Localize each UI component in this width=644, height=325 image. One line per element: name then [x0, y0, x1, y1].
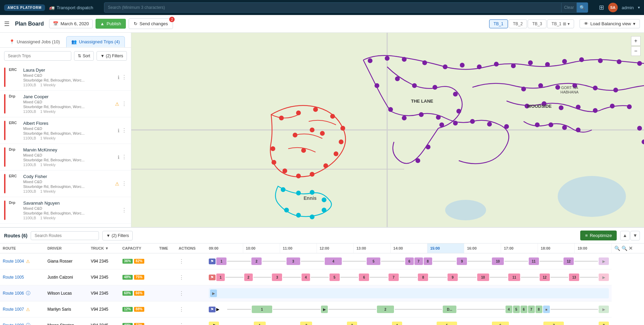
tl-segment[interactable]: 5 — [330, 274, 340, 281]
tl-segment[interactable]: 13 — [569, 274, 579, 281]
reoptimize-button[interactable]: ≡ Reoptimize — [580, 231, 617, 240]
route-link[interactable]: Route 1004 — [3, 259, 24, 264]
tl-segment[interactable]: 2 — [300, 322, 312, 325]
search-clear-button[interactable]: Clear — [561, 2, 577, 13]
send-changes-button[interactable]: ↻ Send changes 2 — [129, 18, 173, 29]
search-input[interactable] — [104, 2, 561, 13]
info-icon[interactable]: ℹ — [118, 154, 119, 160]
more-options-icon[interactable]: ⋮ — [121, 101, 127, 107]
user-menu-chevron[interactable]: ▾ — [638, 5, 640, 10]
list-item[interactable]: Drp Marvin McKinney Mixed C&D Stourbridg… — [0, 144, 131, 171]
row-actions-icon[interactable]: ⋮ — [179, 307, 184, 312]
row-actions-icon[interactable]: ⋮ — [179, 258, 184, 264]
tl-segment[interactable]: 8 — [424, 257, 432, 265]
info-icon[interactable]: ℹ — [118, 75, 119, 80]
tl-segment[interactable]: 2 — [251, 257, 262, 265]
info-icon[interactable]: ℹ — [118, 128, 119, 133]
tl-segment[interactable]: 10 — [477, 274, 489, 281]
tl-segment[interactable]: 2 — [244, 274, 253, 281]
unassigned-jobs-tab[interactable]: 📍 Unassigned Jobs (10) — [4, 36, 65, 47]
route-link[interactable]: Route 1006 — [3, 291, 24, 296]
tl-segment[interactable]: 3 — [287, 257, 300, 265]
more-options-icon[interactable]: ⋮ — [121, 207, 127, 213]
tab-tb2[interactable]: TB_2 — [509, 19, 527, 28]
tl-segment[interactable]: 7 — [389, 274, 399, 281]
send-changes-label: Send changes — [140, 21, 168, 26]
map-container[interactable]: THE LANE WOODSIDE GORT NA HABHANA Ennis … — [131, 33, 644, 227]
route-link[interactable]: Route 1005 — [3, 275, 24, 280]
tl-segment[interactable]: 1 — [252, 306, 272, 313]
logo[interactable]: AMCS PLATFORM — [4, 4, 45, 11]
tl-segment[interactable]: 3 — [272, 274, 282, 281]
tl-segment[interactable]: 11 — [529, 257, 539, 265]
tl-segment[interactable]: 8 — [599, 322, 609, 325]
tl-segment[interactable]: 9 — [448, 274, 458, 281]
tl-segment[interactable]: 4 — [392, 322, 402, 325]
unassigned-trips-tab[interactable]: 👥 Unassigned Trips (4) — [66, 36, 125, 47]
tl-segment[interactable]: 10 — [492, 257, 504, 265]
tl-segment[interactable]: 4 — [302, 274, 310, 281]
tl-segment[interactable]: 12 — [540, 274, 550, 281]
tab-tb1-settings[interactable]: TB_1 ⊞ ▾ — [547, 19, 574, 28]
tl-segment[interactable]: 1 — [216, 257, 226, 265]
filter-button[interactable]: ▼ (2) Filters — [97, 51, 127, 61]
tl-segment[interactable]: 5 — [367, 257, 380, 265]
route-link[interactable]: Route 1008 — [3, 323, 24, 325]
avatar[interactable]: SA — [608, 3, 618, 12]
tl-segment[interactable]: 7 — [414, 257, 423, 265]
list-item[interactable]: ERC Laura Dyer Mixed C&D Stourbridge Rd,… — [0, 64, 131, 91]
zoom-out-button[interactable]: − — [631, 46, 641, 56]
date-selector[interactable]: 📅 March 6, 2020 — [49, 19, 92, 28]
more-options-icon[interactable]: ⋮ — [121, 180, 127, 187]
list-item[interactable]: Drp Savannah Nguyen Mixed C&D Stourbridg… — [0, 197, 131, 224]
tl-segment[interactable]: D... — [443, 306, 456, 313]
grid-icon[interactable]: ⊞ — [599, 4, 604, 11]
transport-dispatch-link[interactable]: 🚛 Transport dispatch — [49, 5, 93, 10]
tl-segment[interactable]: 5 — [513, 306, 520, 313]
tab-tb1[interactable]: TB_1 — [489, 19, 508, 28]
route-link[interactable]: Route 1007 — [3, 307, 24, 312]
tl-segment[interactable]: 1 — [254, 322, 266, 325]
sort-button[interactable]: ⇅ Sort — [74, 51, 94, 61]
tab-tb3[interactable]: TB_3 — [528, 19, 546, 28]
search-submit-button[interactable]: 🔍 — [577, 2, 588, 13]
tl-segment[interactable]: 4 — [506, 306, 512, 313]
row-actions-icon[interactable]: ⋮ — [179, 291, 184, 296]
trip-type: ERC — [9, 121, 20, 140]
search-routes-input[interactable] — [31, 231, 99, 240]
list-item[interactable]: ERC Cody Fisher Mixed C&D Stourbridge Rd… — [0, 171, 131, 197]
tl-segment[interactable]: 6 — [521, 306, 527, 313]
tl-segment[interactable]: 6 — [359, 274, 369, 281]
more-options-icon[interactable]: ⋮ — [121, 74, 127, 80]
tl-segment[interactable]: 1 — [216, 274, 225, 281]
hamburger-icon[interactable]: ☰ — [4, 20, 10, 28]
more-options-icon[interactable]: ⋮ — [121, 127, 127, 134]
publish-button[interactable]: ▲ Publish — [96, 19, 126, 29]
search-trips-input[interactable] — [4, 51, 71, 61]
tl-segment[interactable]: 7 — [543, 322, 564, 325]
list-item[interactable]: ERC Albert Flores Mixed C&D Stourbridge … — [0, 117, 131, 144]
load-balancing-button[interactable]: 👁 Load Balancing view ▾ — [580, 19, 640, 28]
tl-segment[interactable]: 2 — [377, 306, 394, 313]
tl-segment[interactable]: 3 — [347, 322, 357, 325]
more-options-icon[interactable]: ⋮ — [121, 154, 127, 160]
tl-segment[interactable]: 8 — [418, 274, 428, 281]
tl-segment[interactable]: 6 — [405, 257, 414, 265]
tl-segment[interactable]: 5 — [437, 322, 457, 325]
zoom-in-button[interactable]: + — [631, 36, 641, 46]
tl-segment[interactable]: 8 — [536, 306, 542, 313]
tl-segment[interactable]: 7 — [528, 306, 535, 313]
routes-filter-button[interactable]: ▼ (2) Filters — [102, 231, 133, 240]
tl-segment[interactable]: 11 — [508, 274, 520, 281]
nav-up-button[interactable]: ▲ — [620, 231, 630, 240]
nav-down-button[interactable]: ▼ — [630, 231, 640, 240]
tl-segment-end[interactable]: ▶ — [599, 274, 609, 281]
list-item[interactable]: Drp Jane Cooper Mixed C&D Stourbridge Rd… — [0, 91, 131, 117]
row-actions-icon[interactable]: ⋮ — [179, 275, 184, 280]
row-actions-icon[interactable]: ⋮ — [179, 323, 184, 325]
tl-segment-end[interactable]: ▶ — [599, 257, 609, 265]
tl-segment[interactable]: 4 — [325, 257, 342, 265]
tl-segment[interactable]: 6 — [492, 322, 509, 325]
tl-segment[interactable]: 12 — [564, 257, 574, 265]
tl-segment[interactable]: 9 — [457, 257, 467, 265]
